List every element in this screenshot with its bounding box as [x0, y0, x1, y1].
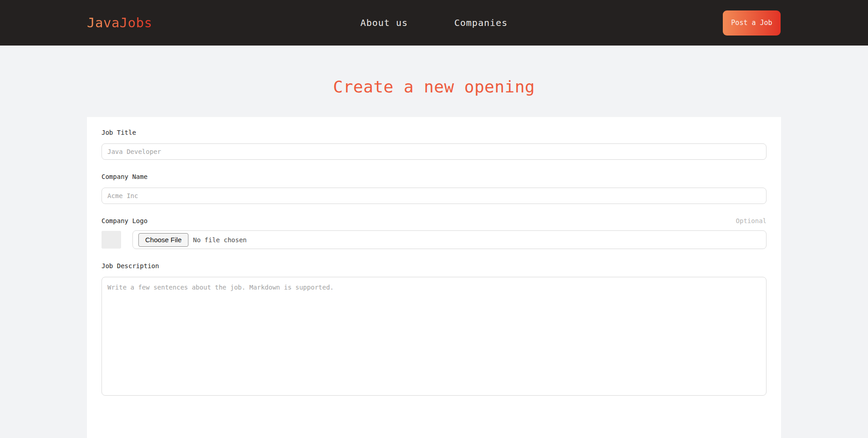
- job-title-label: Job Title: [102, 128, 766, 138]
- nav-item-companies[interactable]: Companies: [454, 17, 508, 28]
- company-logo-row: Choose File No file chosen: [102, 230, 766, 249]
- company-logo-file-input[interactable]: Choose File No file chosen: [132, 230, 766, 249]
- main-nav: About us Companies: [360, 17, 508, 28]
- post-a-job-button[interactable]: Post a Job: [723, 10, 781, 36]
- job-title-field: Job Title: [102, 128, 766, 160]
- job-form-card: Job Title Company Name Company Logo Opti…: [87, 117, 781, 438]
- main-content: Create a new opening Job Title Company N…: [0, 75, 868, 438]
- optional-badge: Optional: [736, 217, 766, 224]
- page-title: Create a new opening: [0, 75, 868, 99]
- job-title-input[interactable]: [102, 143, 766, 160]
- job-description-textarea[interactable]: [102, 277, 766, 396]
- company-name-label: Company Name: [102, 172, 766, 182]
- file-status-text: No file chosen: [193, 236, 247, 244]
- company-logo-field: Company Logo Optional Choose File No fil…: [102, 216, 766, 249]
- company-name-input[interactable]: [102, 188, 766, 204]
- logo[interactable]: JavaJobs: [87, 15, 152, 31]
- company-logo-label-row: Company Logo Optional: [102, 216, 766, 226]
- job-description-label: Job Description: [102, 261, 766, 271]
- company-logo-label: Company Logo: [102, 216, 147, 226]
- nav-item-about-us[interactable]: About us: [360, 17, 408, 28]
- choose-file-button[interactable]: Choose File: [138, 233, 188, 247]
- logo-preview-placeholder: [102, 231, 121, 249]
- job-description-field: Job Description: [102, 261, 766, 397]
- company-name-field: Company Name: [102, 172, 766, 204]
- header: JavaJobs About us Companies Post a Job: [0, 0, 868, 46]
